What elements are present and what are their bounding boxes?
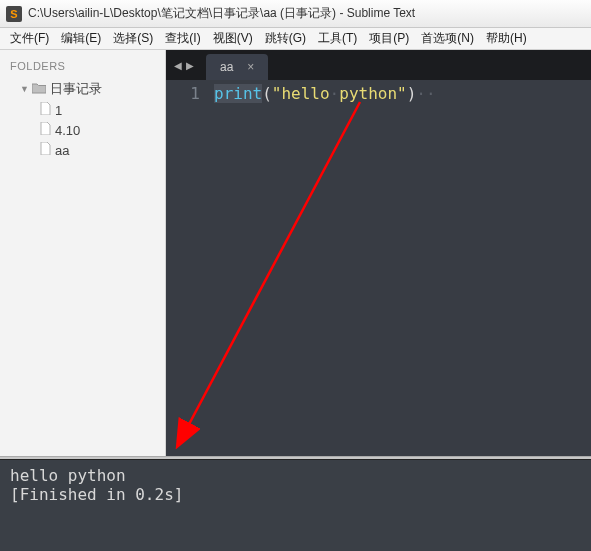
workspace: FOLDERS ▼ 日事记录 1 4.10 aa xyxy=(0,50,591,456)
console-line: [Finished in 0.2s] xyxy=(10,485,581,504)
line-number: 1 xyxy=(166,84,200,103)
window-title: C:\Users\ailin-L\Desktop\笔记文档\日事记录\aa (日… xyxy=(28,5,415,22)
folder-root[interactable]: ▼ 日事记录 xyxy=(6,78,159,100)
build-output-panel[interactable]: hello python [Finished in 0.2s] xyxy=(0,459,591,551)
tab-next-icon[interactable]: ▶ xyxy=(186,60,194,71)
token-string: "hello·python" xyxy=(272,84,407,103)
token-function: print xyxy=(214,84,262,103)
menu-tools[interactable]: 工具(T) xyxy=(312,28,363,49)
file-label: aa xyxy=(55,143,69,158)
code-area[interactable]: 1 print("hello·python")·· xyxy=(166,80,591,456)
tab-active[interactable]: aa × xyxy=(206,54,268,80)
menu-help[interactable]: 帮助(H) xyxy=(480,28,533,49)
file-icon xyxy=(40,102,51,118)
file-label: 1 xyxy=(55,103,62,118)
close-icon[interactable]: × xyxy=(247,60,254,74)
token-open-paren: ( xyxy=(262,84,272,103)
file-label: 4.10 xyxy=(55,123,80,138)
sidebar-heading: FOLDERS xyxy=(6,58,159,78)
token-close-paren: ) xyxy=(407,84,417,103)
menu-prefs[interactable]: 首选项(N) xyxy=(415,28,480,49)
menu-goto[interactable]: 跳转(G) xyxy=(259,28,312,49)
tab-nav-arrows[interactable]: ◀ ▶ xyxy=(166,50,206,80)
folder-icon xyxy=(32,82,46,97)
menu-project[interactable]: 项目(P) xyxy=(363,28,415,49)
chevron-down-icon: ▼ xyxy=(20,84,28,94)
tab-label: aa xyxy=(220,60,233,74)
title-bar: S C:\Users\ailin-L\Desktop\笔记文档\日事记录\aa … xyxy=(0,0,591,28)
file-icon xyxy=(40,142,51,158)
gutter: 1 xyxy=(166,80,210,456)
editor-pane: ◀ ▶ aa × 1 print("hello·python")·· xyxy=(166,50,591,456)
file-item[interactable]: aa xyxy=(6,140,159,160)
tab-prev-icon[interactable]: ◀ xyxy=(174,60,182,71)
token-trailing-ws: ·· xyxy=(416,84,435,103)
console-line: hello python xyxy=(10,466,581,485)
app-icon: S xyxy=(6,6,22,22)
menu-file[interactable]: 文件(F) xyxy=(4,28,55,49)
menu-view[interactable]: 视图(V) xyxy=(207,28,259,49)
folder-label: 日事记录 xyxy=(50,80,102,98)
tab-bar: ◀ ▶ aa × xyxy=(166,50,591,80)
menu-edit[interactable]: 编辑(E) xyxy=(55,28,107,49)
file-item[interactable]: 1 xyxy=(6,100,159,120)
file-icon xyxy=(40,122,51,138)
code-line[interactable]: print("hello·python")·· xyxy=(210,80,436,456)
sidebar: FOLDERS ▼ 日事记录 1 4.10 aa xyxy=(0,50,166,456)
menu-find[interactable]: 查找(I) xyxy=(159,28,206,49)
file-item[interactable]: 4.10 xyxy=(6,120,159,140)
menu-select[interactable]: 选择(S) xyxy=(107,28,159,49)
menu-bar: 文件(F) 编辑(E) 选择(S) 查找(I) 视图(V) 跳转(G) 工具(T… xyxy=(0,28,591,50)
